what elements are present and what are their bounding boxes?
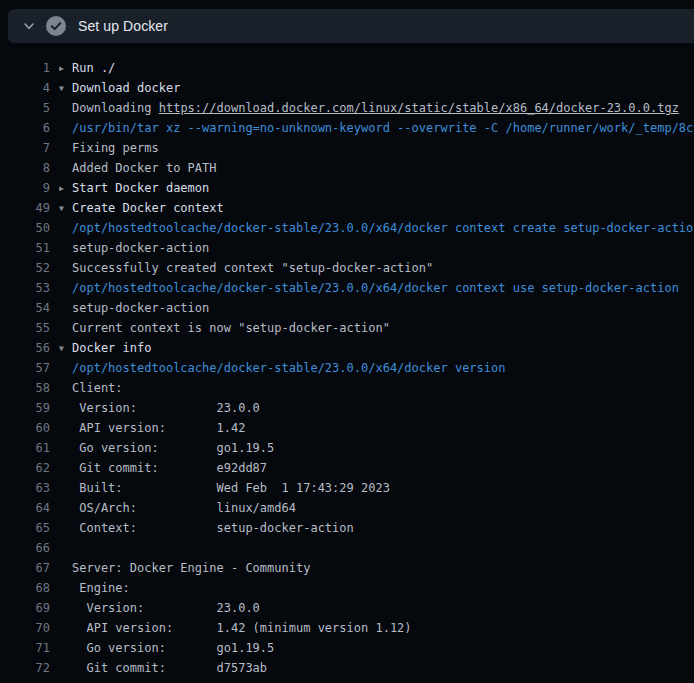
line-number[interactable]: 66: [0, 541, 50, 555]
log-text: API version: 1.42: [72, 421, 245, 435]
log-line: 64 OS/Arch: linux/amd64: [0, 498, 694, 518]
line-number[interactable]: 60: [0, 421, 50, 435]
log-text: Fixing perms: [72, 141, 159, 155]
log-line: 58Client:: [0, 378, 694, 398]
log-line-content: /opt/hostedtoolcache/docker-stable/23.0.…: [72, 361, 694, 375]
line-number[interactable]: 70: [0, 621, 50, 635]
line-number[interactable]: 65: [0, 521, 50, 535]
line-number[interactable]: 51: [0, 241, 50, 255]
command-text: /opt/hostedtoolcache/docker-stable/23.0.…: [72, 221, 694, 235]
log-text: Engine:: [72, 581, 130, 595]
line-number[interactable]: 64: [0, 501, 50, 515]
line-number[interactable]: 58: [0, 381, 50, 395]
line-number[interactable]: 52: [0, 261, 50, 275]
log-line-content: Downloading https://download.docker.com/…: [72, 101, 694, 115]
line-number[interactable]: 72: [0, 661, 50, 675]
line-number[interactable]: 71: [0, 641, 50, 655]
log-line-content: /opt/hostedtoolcache/docker-stable/23.0.…: [72, 221, 694, 235]
log-line: 57/opt/hostedtoolcache/docker-stable/23.…: [0, 358, 694, 378]
log-group-row[interactable]: 1▶Run ./: [0, 58, 694, 78]
triangle-down-icon[interactable]: ▼: [59, 204, 72, 213]
log-text: setup-docker-action: [72, 241, 209, 255]
log-text: Go version: go1.19.5: [72, 641, 274, 655]
group-title[interactable]: Docker info: [72, 341, 151, 355]
log-line: 72 Git commit: d7573ab: [0, 658, 694, 678]
group-title[interactable]: Create Docker context: [72, 201, 224, 215]
download-url-link[interactable]: https://download.docker.com/linux/static…: [159, 101, 679, 115]
triangle-down-icon[interactable]: ▼: [59, 84, 72, 93]
log-text: Downloading: [72, 101, 159, 115]
line-number[interactable]: 7: [0, 141, 50, 155]
log-line: 59 Version: 23.0.0: [0, 398, 694, 418]
line-number[interactable]: 9: [0, 181, 50, 195]
log-line: 50/opt/hostedtoolcache/docker-stable/23.…: [0, 218, 694, 238]
log-line: 70 API version: 1.42 (minimum version 1.…: [0, 618, 694, 638]
log-line-content: ▼Download docker: [59, 81, 694, 95]
log-line-content: Server: Docker Engine - Community: [72, 561, 694, 575]
log-line-content: OS/Arch: linux/amd64: [72, 501, 694, 515]
line-number[interactable]: 57: [0, 361, 50, 375]
line-number[interactable]: 50: [0, 221, 50, 235]
log-text: Git commit: e92dd87: [72, 461, 267, 475]
line-number[interactable]: 6: [0, 121, 50, 135]
log-group-row[interactable]: 56▼Docker info: [0, 338, 694, 358]
log-line-content: /opt/hostedtoolcache/docker-stable/23.0.…: [72, 281, 694, 295]
log-text: Built: Wed Feb 1 17:43:29 2023: [72, 481, 390, 495]
line-number[interactable]: 49: [0, 201, 50, 215]
log-group-row[interactable]: 49▼Create Docker context: [0, 198, 694, 218]
line-number[interactable]: 56: [0, 341, 50, 355]
log-text: Client:: [72, 381, 123, 395]
command-text: /opt/hostedtoolcache/docker-stable/23.0.…: [72, 361, 505, 375]
step-header[interactable]: Set up Docker: [8, 9, 694, 43]
log-line: 51setup-docker-action: [0, 238, 694, 258]
log-line: 67Server: Docker Engine - Community: [0, 558, 694, 578]
triangle-right-icon[interactable]: ▶: [59, 184, 72, 193]
line-number[interactable]: 54: [0, 301, 50, 315]
line-number[interactable]: 61: [0, 441, 50, 455]
log-text: Go version: go1.19.5: [72, 441, 274, 455]
line-number[interactable]: 62: [0, 461, 50, 475]
log-line: 52Successfully created context "setup-do…: [0, 258, 694, 278]
check-circle-icon: [46, 16, 66, 36]
line-number[interactable]: 1: [0, 61, 50, 75]
group-title[interactable]: Start Docker daemon: [72, 181, 209, 195]
line-number[interactable]: 63: [0, 481, 50, 495]
log-line: 55Current context is now "setup-docker-a…: [0, 318, 694, 338]
log-line-content: ▶Start Docker daemon: [59, 181, 694, 195]
log-line-content: Current context is now "setup-docker-act…: [72, 321, 694, 335]
group-title[interactable]: Run ./: [72, 61, 115, 75]
triangle-down-icon[interactable]: ▼: [59, 344, 72, 353]
log-line-content: Git commit: d7573ab: [72, 661, 694, 675]
log-line: 53/opt/hostedtoolcache/docker-stable/23.…: [0, 278, 694, 298]
group-title[interactable]: Download docker: [72, 81, 180, 95]
log-line: 60 API version: 1.42: [0, 418, 694, 438]
line-number[interactable]: 55: [0, 321, 50, 335]
log-text: Version: 23.0.0: [72, 601, 260, 615]
line-number[interactable]: 5: [0, 101, 50, 115]
log-group-row[interactable]: 9▶Start Docker daemon: [0, 178, 694, 198]
log-group-row[interactable]: 4▼Download docker: [0, 78, 694, 98]
log-text: Added Docker to PATH: [72, 161, 217, 175]
line-number[interactable]: 67: [0, 561, 50, 575]
triangle-right-icon[interactable]: ▶: [59, 64, 72, 73]
line-number[interactable]: 8: [0, 161, 50, 175]
log-text: Server: Docker Engine - Community: [72, 561, 310, 575]
line-number[interactable]: 59: [0, 401, 50, 415]
log-text: Context: setup-docker-action: [72, 521, 354, 535]
log-line: 7Fixing perms: [0, 138, 694, 158]
log-line-content: setup-docker-action: [72, 241, 694, 255]
log-text: Current context is now "setup-docker-act…: [72, 321, 390, 335]
log-line-content: /usr/bin/tar xz --warning=no-unknown-key…: [72, 121, 694, 135]
chevron-down-icon[interactable]: [23, 20, 35, 32]
log-line-content: Context: setup-docker-action: [72, 521, 694, 535]
log-line: 68 Engine:: [0, 578, 694, 598]
line-number[interactable]: 53: [0, 281, 50, 295]
line-number[interactable]: 4: [0, 81, 50, 95]
log-line-content: Client:: [72, 381, 694, 395]
log-area: 1▶Run ./4▼Download docker5Downloading ht…: [0, 44, 694, 683]
log-text: OS/Arch: linux/amd64: [72, 501, 296, 515]
line-number[interactable]: 69: [0, 601, 50, 615]
line-number[interactable]: 68: [0, 581, 50, 595]
log-line: 63 Built: Wed Feb 1 17:43:29 2023: [0, 478, 694, 498]
log-text: Git commit: d7573ab: [72, 661, 267, 675]
